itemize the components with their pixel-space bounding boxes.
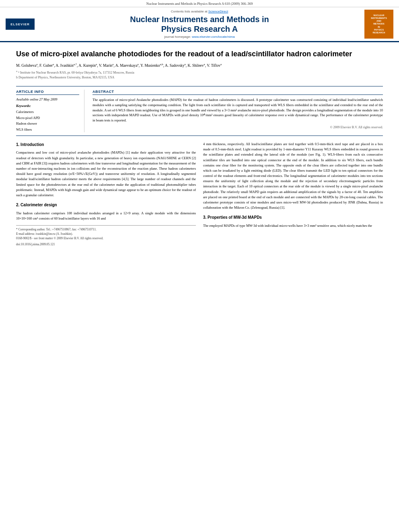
keyword-4: WLS fibers	[16, 127, 79, 132]
journal-citation: Nuclear Instruments and Methods in Physi…	[146, 2, 253, 6]
keyword-2: Micro-pixel APD	[16, 115, 79, 121]
article-info-title: ARTICLE INFO	[16, 90, 79, 95]
section-properties-heading: 3. Properties of MW-3d MAPDs	[203, 214, 383, 221]
footnote-corresponding: * Corresponding author. Tel.: +749675108…	[16, 227, 196, 232]
authors: M. Golubevaa, F. Gubera, A. Ivashkina,*,…	[16, 63, 383, 68]
footnote-issn: 0168-9002/$ - see front matter © 2009 El…	[16, 236, 196, 240]
keyword-1: Calorimeters	[16, 109, 79, 115]
article-meta-row: ARTICLE INFO Available online 27 May 200…	[16, 86, 383, 136]
copyright: © 2009 Elsevier B.V. All rights reserved…	[93, 125, 383, 129]
abstract-title: ABSTRACT	[93, 90, 383, 95]
journal-badge: NUCLEARINSTRUMENTSANDMETHODSINPHYSICSRES…	[364, 10, 393, 39]
journal-title: Nuclear Instruments and Methods in Physi…	[40, 14, 359, 34]
abstract-section: ABSTRACT The application of micro-pixel …	[93, 90, 383, 132]
article-title: Use of micro-pixel avalanche photodiodes…	[16, 49, 383, 59]
doi-line: doi:10.1016/j.nima.2009.05.121	[16, 242, 196, 246]
journal-title-area: Contents lists available at ScienceDirec…	[36, 10, 363, 39]
contents-available: Contents lists available at ScienceDirec…	[40, 10, 359, 13]
section-design-heading: 2. Calorimeter design	[16, 202, 196, 208]
design-col2-paragraph: 4 mm thickness, respectively. All lead/s…	[203, 142, 383, 210]
intro-paragraph: Compactness and low cost of micro-pixel …	[16, 150, 196, 198]
affiliations: a ᵃ Institute for Nuclear Research RAS, …	[16, 70, 383, 81]
keyword-3: Hadron shower	[16, 121, 79, 126]
design-paragraph: The hadron calorimeter comprises 108 ind…	[16, 211, 196, 221]
properties-paragraph: The employed MAPDs of type MW-3d with in…	[203, 223, 383, 228]
article-content: Use of micro-pixel avalanche photodiodes…	[0, 42, 399, 255]
keywords-label: Keywords:	[16, 104, 79, 108]
body-col-right: 4 mm thickness, respectively. All lead/s…	[203, 142, 383, 246]
elsevier-logo: ELSEVIER	[6, 18, 35, 30]
top-bar: Nuclear Instruments and Methods in Physi…	[0, 0, 399, 7]
journal-header: ELSEVIER Contents lists available at Sci…	[0, 7, 399, 42]
homepage-link[interactable]: www.elsevier.com/locate/nima	[192, 35, 235, 39]
abstract-text: The application of micro-pixel Avalanche…	[93, 97, 383, 123]
journal-badge-area: NUCLEARINSTRUMENTSANDMETHODSINPHYSICSRES…	[363, 10, 395, 39]
body-columns: 1. Introduction Compactness and low cost…	[16, 142, 383, 246]
body-col-left: 1. Introduction Compactness and low cost…	[16, 142, 196, 246]
footnote-email: E-mail address: ivashkin@inr.ru (A. Ivas…	[16, 232, 196, 236]
article-info: ARTICLE INFO Available online 27 May 200…	[16, 90, 84, 132]
sciencedirect-link[interactable]: ScienceDirect	[208, 10, 228, 13]
keywords-list: Calorimeters Micro-pixel APD Hadron show…	[16, 109, 79, 132]
available-online: Available online 27 May 2009	[16, 97, 79, 101]
section-intro-heading: 1. Introduction	[16, 142, 196, 148]
journal-homepage: journal homepage: www.elsevier.com/locat…	[40, 35, 359, 39]
footnotes-area: * Corresponding author. Tel.: +749675108…	[16, 225, 196, 246]
elsevier-logo-area: ELSEVIER	[4, 18, 36, 30]
